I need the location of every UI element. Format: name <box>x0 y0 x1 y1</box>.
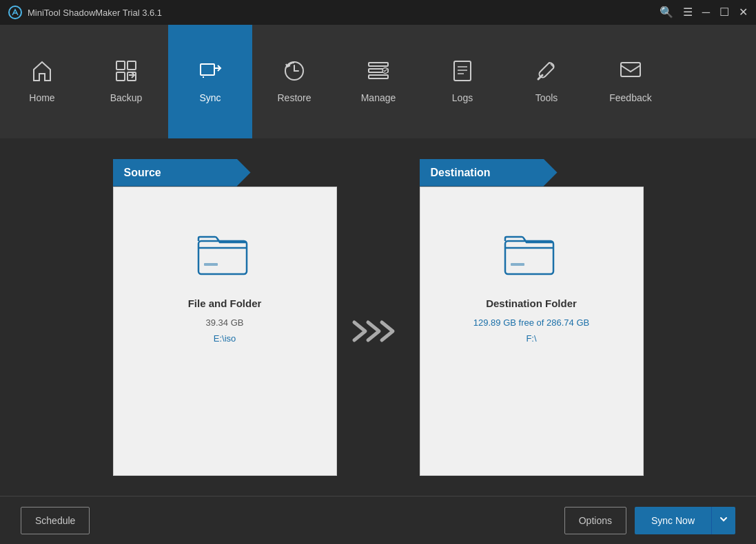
sync-dropdown-button[interactable] <box>711 507 735 534</box>
sync-now-group: Sync Now <box>635 507 735 534</box>
restore-icon <box>282 59 307 87</box>
source-folder-icon <box>197 229 252 277</box>
svg-rect-16 <box>621 63 640 76</box>
destination-label: Destination Folder <box>486 297 577 309</box>
svg-rect-6 <box>201 64 214 75</box>
manage-icon <box>366 59 391 87</box>
nav-backup-label: Backup <box>110 92 143 103</box>
destination-card-body[interactable]: Destination Folder 129.89 GB free of 286… <box>420 187 644 476</box>
nav-home-label: Home <box>29 92 54 103</box>
svg-rect-8 <box>369 63 388 66</box>
logs-icon <box>450 59 475 87</box>
svg-rect-19 <box>505 241 553 274</box>
chevron-down-icon <box>719 514 728 524</box>
options-button[interactable]: Options <box>564 507 626 534</box>
svg-rect-3 <box>127 61 136 70</box>
source-size: 39.34 GB <box>206 317 244 328</box>
source-card-body[interactable]: File and Folder 39.34 GB E:\iso <box>113 187 337 476</box>
nav-feedback-label: Feedback <box>609 92 651 103</box>
sync-icon <box>198 59 223 87</box>
nav-manage-label: Manage <box>361 92 396 103</box>
svg-rect-17 <box>198 241 247 274</box>
minimize-button[interactable]: ─ <box>702 7 710 18</box>
nav-logs-label: Logs <box>452 92 473 103</box>
search-icon[interactable]: 🔍 <box>660 7 673 18</box>
source-card-wrapper: Source File and Folder 39.34 GB E:\iso <box>113 159 337 476</box>
tools-icon <box>534 59 559 87</box>
main-content: Source File and Folder 39.34 GB E:\iso D… <box>0 138 756 496</box>
svg-rect-12 <box>454 61 471 81</box>
bottom-bar: Schedule Options Sync Now <box>0 496 756 544</box>
arrow-icon <box>347 314 409 348</box>
maximize-button[interactable]: ☐ <box>719 7 729 18</box>
schedule-button[interactable]: Schedule <box>21 507 90 534</box>
destination-title: Destination <box>431 167 491 179</box>
destination-folder-icon <box>504 229 559 277</box>
svg-rect-2 <box>116 61 125 70</box>
nav-restore-label: Restore <box>277 92 311 103</box>
nav-item-home[interactable]: Home <box>0 25 84 138</box>
svg-rect-20 <box>511 263 524 266</box>
menu-icon[interactable]: ☰ <box>683 7 693 18</box>
svg-rect-4 <box>116 72 125 81</box>
nav-item-feedback[interactable]: Feedback <box>589 25 673 138</box>
nav-item-backup[interactable]: Backup <box>84 25 168 138</box>
title-bar: MiniTool ShadowMaker Trial 3.6.1 🔍 ☰ ─ ☐… <box>0 0 756 25</box>
app-title: MiniTool ShadowMaker Trial 3.6.1 <box>28 8 162 18</box>
title-left: MiniTool ShadowMaker Trial 3.6.1 <box>8 6 162 19</box>
svg-rect-18 <box>204 263 218 266</box>
sync-arrow <box>337 314 420 348</box>
nav-item-restore[interactable]: Restore <box>252 25 336 138</box>
source-path: E:\iso <box>214 333 236 344</box>
close-button[interactable]: ✕ <box>739 7 748 18</box>
title-controls: 🔍 ☰ ─ ☐ ✕ <box>660 7 748 18</box>
home-icon <box>30 59 54 87</box>
destination-header: Destination <box>420 159 558 187</box>
app-logo-icon <box>8 6 22 19</box>
nav-bar: Home Backup Sync <box>0 25 756 138</box>
destination-card-wrapper: Destination Destination Folder 129.89 GB… <box>420 159 644 476</box>
nav-item-sync[interactable]: Sync <box>168 25 252 138</box>
right-actions: Options Sync Now <box>564 507 735 534</box>
nav-item-manage[interactable]: Manage <box>336 25 420 138</box>
source-header: Source <box>113 159 251 187</box>
feedback-icon <box>618 59 643 87</box>
svg-rect-10 <box>369 75 388 79</box>
backup-icon <box>114 59 139 87</box>
svg-point-0 <box>9 6 21 19</box>
destination-path: F:\ <box>526 333 536 344</box>
nav-item-logs[interactable]: Logs <box>420 25 504 138</box>
svg-rect-5 <box>127 72 136 81</box>
source-title: Source <box>124 167 161 179</box>
destination-free: 129.89 GB free of 286.74 GB <box>473 317 589 328</box>
nav-tools-label: Tools <box>535 92 558 103</box>
sync-now-button[interactable]: Sync Now <box>635 507 711 534</box>
nav-item-tools[interactable]: Tools <box>504 25 589 138</box>
nav-sync-label: Sync <box>199 92 221 103</box>
source-label: File and Folder <box>188 297 262 309</box>
